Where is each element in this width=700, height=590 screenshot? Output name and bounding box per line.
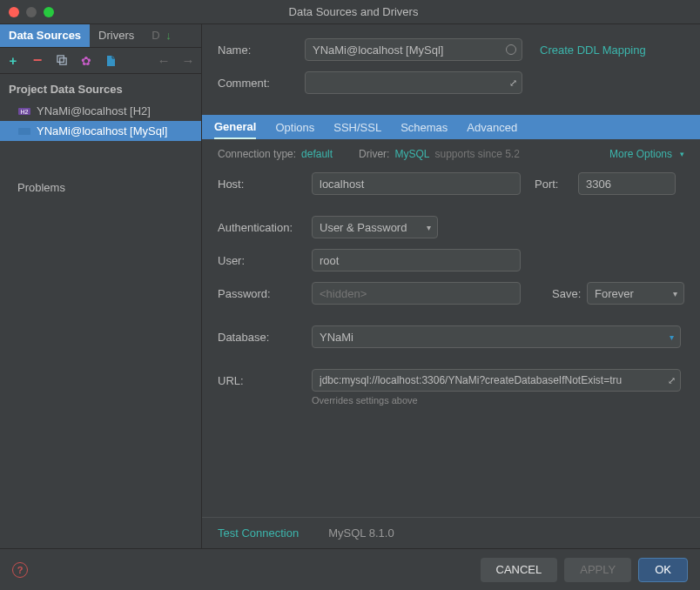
comment-label: Comment: bbox=[218, 77, 305, 90]
svg-rect-1 bbox=[59, 58, 65, 64]
title-bar: Data Sources and Drivers bbox=[0, 0, 700, 24]
more-options-link[interactable]: More Options bbox=[609, 148, 672, 160]
sidebar: Data Sources Drivers DI ↓ + − ✿ ← → Proj… bbox=[0, 24, 202, 548]
tab-schemas[interactable]: Schemas bbox=[400, 115, 448, 139]
sidebar-tab-drivers[interactable]: Drivers bbox=[90, 24, 143, 47]
maximize-window-button[interactable] bbox=[44, 7, 54, 17]
back-icon[interactable]: ← bbox=[158, 55, 170, 67]
driver-label: Driver: bbox=[359, 148, 389, 160]
name-input[interactable] bbox=[305, 38, 522, 61]
sidebar-toolbar: + − ✿ ← → bbox=[0, 48, 201, 74]
color-circle-icon[interactable] bbox=[506, 44, 516, 55]
expand-icon[interactable]: ⤢ bbox=[668, 375, 676, 386]
tree-item-label: YNaMi@localhost [H2] bbox=[37, 104, 151, 117]
copy-icon[interactable] bbox=[56, 55, 68, 67]
driver-version: MySQL 8.1.0 bbox=[328, 526, 394, 540]
sidebar-tab-bar: Data Sources Drivers DI ↓ bbox=[0, 24, 201, 48]
driver-value[interactable]: MySQL bbox=[394, 148, 429, 160]
save-select[interactable] bbox=[587, 282, 684, 305]
name-label: Name: bbox=[218, 44, 305, 57]
test-connection-link[interactable]: Test Connection bbox=[218, 526, 299, 540]
sub-tab-bar: General Options SSH/SSL Schemas Advanced bbox=[202, 115, 700, 139]
minimize-window-button[interactable] bbox=[26, 7, 37, 17]
url-input[interactable] bbox=[312, 369, 681, 392]
svg-rect-4 bbox=[18, 128, 30, 135]
tree-item-label: YNaMi@localhost [MySql] bbox=[37, 124, 167, 137]
password-label: Password: bbox=[218, 287, 312, 300]
svg-rect-0 bbox=[57, 56, 63, 62]
tab-general[interactable]: General bbox=[214, 115, 256, 139]
database-icon-mysql bbox=[17, 125, 31, 137]
apply-button[interactable]: APPLY bbox=[564, 558, 631, 582]
sidebar-problems[interactable]: Problems bbox=[0, 176, 201, 199]
traffic-lights bbox=[9, 7, 54, 17]
database-label: Database: bbox=[218, 331, 312, 344]
import-icon[interactable] bbox=[104, 55, 117, 67]
password-input[interactable] bbox=[312, 282, 521, 305]
dialog-footer: ? CANCEL APPLY OK bbox=[0, 548, 700, 590]
tab-advanced[interactable]: Advanced bbox=[467, 115, 517, 139]
window-title: Data Sources and Drivers bbox=[54, 5, 653, 18]
comment-input[interactable] bbox=[305, 71, 522, 94]
help-icon[interactable]: ? bbox=[12, 562, 28, 578]
settings-icon[interactable]: ✿ bbox=[80, 55, 92, 67]
connection-type-label: Connection type: bbox=[218, 148, 296, 160]
host-input[interactable] bbox=[312, 172, 521, 195]
connection-type-value[interactable]: default bbox=[301, 148, 333, 160]
auth-label: Authentication: bbox=[218, 221, 312, 234]
auth-select[interactable] bbox=[312, 216, 438, 238]
database-icon-h2: H2 bbox=[17, 105, 31, 117]
ok-button[interactable]: OK bbox=[638, 558, 688, 582]
driver-support: supports since 5.2 bbox=[434, 148, 519, 160]
create-ddl-mapping-link[interactable]: Create DDL Mapping bbox=[540, 44, 646, 57]
save-label: Save: bbox=[552, 287, 587, 300]
content-pane: Name: Create DDL Mapping Comment: ⤢ Gene… bbox=[202, 24, 700, 548]
cancel-button[interactable]: CANCEL bbox=[481, 558, 558, 582]
user-input[interactable] bbox=[312, 249, 521, 272]
add-icon[interactable]: + bbox=[7, 55, 19, 67]
expand-icon[interactable]: ⤢ bbox=[509, 77, 517, 89]
sort-icon[interactable]: ↓ bbox=[160, 24, 177, 47]
tree-item-mysql[interactable]: YNaMi@localhost [MySql] bbox=[0, 121, 201, 141]
tab-options[interactable]: Options bbox=[275, 115, 314, 139]
port-label: Port: bbox=[535, 178, 578, 191]
chevron-down-icon[interactable]: ▾ bbox=[680, 150, 684, 158]
port-input[interactable] bbox=[578, 172, 676, 195]
database-select[interactable] bbox=[312, 325, 681, 348]
close-window-button[interactable] bbox=[9, 7, 19, 17]
url-label: URL: bbox=[218, 374, 312, 387]
forward-icon[interactable]: → bbox=[182, 55, 194, 67]
svg-text:H2: H2 bbox=[21, 109, 29, 115]
sidebar-section-title: Project Data Sources bbox=[0, 74, 201, 101]
url-note: Overrides settings above bbox=[312, 395, 684, 406]
sidebar-tab-data-sources[interactable]: Data Sources bbox=[0, 24, 90, 47]
tree-item-h2[interactable]: H2 YNaMi@localhost [H2] bbox=[0, 101, 201, 121]
sidebar-tab-ddl-mappings[interactable]: DI bbox=[143, 24, 160, 47]
tab-ssh-ssl[interactable]: SSH/SSL bbox=[333, 115, 381, 139]
host-label: Host: bbox=[218, 178, 312, 191]
user-label: User: bbox=[218, 254, 312, 267]
remove-icon[interactable]: − bbox=[31, 55, 44, 67]
